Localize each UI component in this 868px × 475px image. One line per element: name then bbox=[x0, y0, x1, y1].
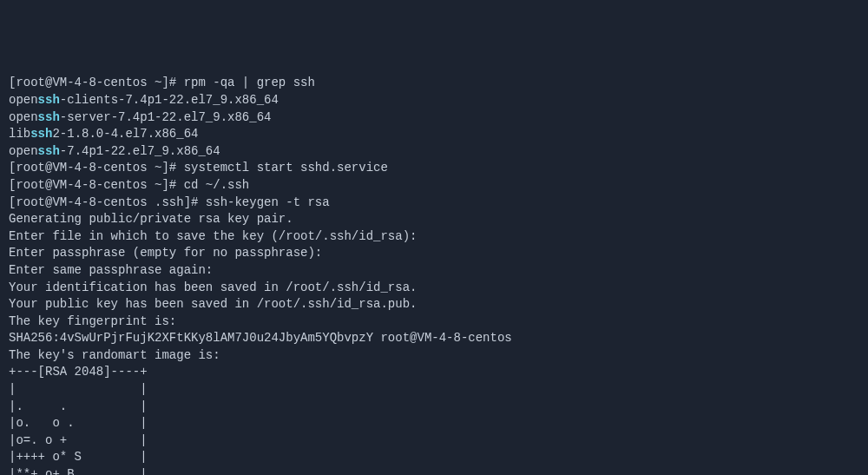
plain-text: +---[RSA 2048]----+ bbox=[9, 365, 148, 379]
plain-text: lib bbox=[9, 127, 30, 141]
terminal-line: SHA256:4vSwUrPjrFujK2XFtKKy8lAM7J0u24Jby… bbox=[9, 330, 859, 347]
terminal-line: | | bbox=[9, 381, 859, 399]
terminal-line: |o=. o + | bbox=[9, 432, 859, 450]
plain-text: |**+ o+ B | bbox=[9, 467, 148, 475]
terminal-line: |**+ o+ B | bbox=[9, 466, 859, 475]
plain-text: | | bbox=[9, 382, 148, 396]
terminal-line: The key fingerprint is: bbox=[9, 313, 859, 331]
plain-text: Your identification has been saved in /r… bbox=[9, 280, 417, 294]
plain-text: Generating public/private rsa key pair. bbox=[9, 212, 293, 226]
plain-text: SHA256:4vSwUrPjrFujK2XFtKKy8lAM7J0u24Jby… bbox=[9, 331, 512, 345]
highlight-text: ssh bbox=[38, 144, 60, 158]
plain-text: |++++ o* S | bbox=[9, 450, 148, 464]
terminal-line: [root@VM-4-8-centos ~]# cd ~/.ssh bbox=[9, 177, 859, 195]
plain-text: -7.4p1-22.el7_9.x86_64 bbox=[60, 144, 220, 158]
terminal-line: openssh-clients-7.4p1-22.el7_9.x86_64 bbox=[9, 92, 859, 109]
plain-text: Enter passphrase (empty for no passphras… bbox=[9, 246, 322, 260]
terminal-line: Your public key has been saved in /root/… bbox=[9, 296, 859, 313]
plain-text: |o=. o + | bbox=[9, 433, 148, 447]
terminal-output[interactable]: [root@VM-4-8-centos ~]# rpm -qa | grep s… bbox=[9, 75, 859, 475]
plain-text: 2-1.8.0-4.el7.x86_64 bbox=[52, 127, 198, 141]
plain-text: |o. o . | bbox=[9, 416, 148, 430]
terminal-line: Enter same passphrase again: bbox=[9, 262, 859, 280]
terminal-line: |. . | bbox=[9, 399, 859, 416]
highlight-text: ssh bbox=[38, 93, 60, 107]
terminal-line: +---[RSA 2048]----+ bbox=[9, 364, 859, 381]
terminal-line: Your identification has been saved in /r… bbox=[9, 280, 859, 297]
plain-text: open bbox=[9, 110, 38, 124]
plain-text: [root@VM-4-8-centos .ssh]# ssh-keygen -t… bbox=[9, 195, 330, 209]
terminal-line: The key's randomart image is: bbox=[9, 347, 859, 365]
plain-text: -clients-7.4p1-22.el7_9.x86_64 bbox=[60, 93, 279, 107]
plain-text: The key fingerprint is: bbox=[9, 314, 176, 328]
plain-text: [root@VM-4-8-centos ~]# cd ~/.ssh bbox=[9, 178, 249, 192]
plain-text: [root@VM-4-8-centos ~]# systemctl start … bbox=[9, 161, 388, 175]
plain-text: |. . | bbox=[9, 399, 148, 413]
plain-text: open bbox=[9, 144, 38, 158]
terminal-line: |o. o . | bbox=[9, 415, 859, 432]
highlight-text: ssh bbox=[30, 127, 52, 141]
highlight-text: ssh bbox=[38, 110, 60, 124]
plain-text: Your public key has been saved in /root/… bbox=[9, 297, 417, 311]
plain-text: open bbox=[9, 93, 38, 107]
terminal-line: Generating public/private rsa key pair. bbox=[9, 211, 859, 228]
terminal-line: [root@VM-4-8-centos ~]# systemctl start … bbox=[9, 160, 859, 177]
plain-text: [root@VM-4-8-centos ~]# rpm -qa | grep s… bbox=[9, 76, 315, 89]
terminal-line: Enter file in which to save the key (/ro… bbox=[9, 228, 859, 246]
terminal-line: openssh-7.4p1-22.el7_9.x86_64 bbox=[9, 143, 859, 161]
terminal-line: [root@VM-4-8-centos .ssh]# ssh-keygen -t… bbox=[9, 195, 859, 212]
terminal-line: libssh2-1.8.0-4.el7.x86_64 bbox=[9, 126, 859, 143]
plain-text: -server-7.4p1-22.el7_9.x86_64 bbox=[60, 110, 272, 124]
plain-text: Enter same passphrase again: bbox=[9, 263, 213, 277]
terminal-line: Enter passphrase (empty for no passphras… bbox=[9, 245, 859, 262]
terminal-line: openssh-server-7.4p1-22.el7_9.x86_64 bbox=[9, 109, 859, 127]
terminal-line: |++++ o* S | bbox=[9, 449, 859, 466]
plain-text: Enter file in which to save the key (/ro… bbox=[9, 229, 417, 243]
plain-text: The key's randomart image is: bbox=[9, 348, 220, 362]
terminal-line: [root@VM-4-8-centos ~]# rpm -qa | grep s… bbox=[9, 75, 859, 92]
